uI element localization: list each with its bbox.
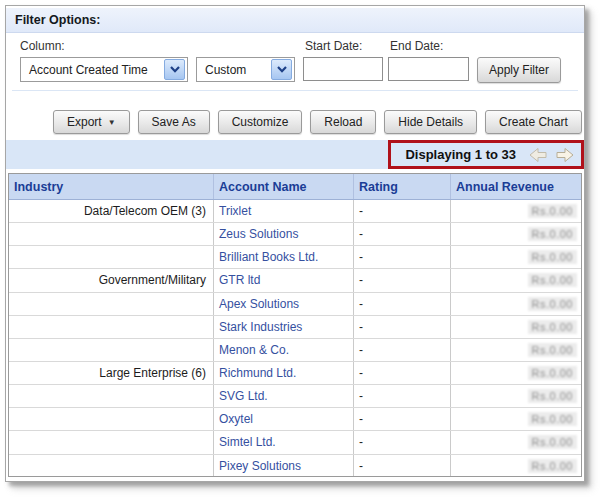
account-link[interactable]: Zeus Solutions	[219, 227, 298, 241]
revenue-value: Rs.0.00	[528, 435, 577, 449]
toolbar-button[interactable]: Hide Details	[384, 110, 477, 134]
revenue-cell: Rs.0.00	[451, 200, 581, 222]
rating-cell: -	[354, 362, 451, 384]
industry-cell: Data/Telecom OEM (3)	[9, 200, 214, 222]
revenue-value: Rs.0.00	[528, 320, 577, 334]
button-label: Reload	[324, 115, 362, 129]
filter-options-title: Filter Options:	[15, 13, 100, 27]
revenue-value: Rs.0.00	[528, 389, 577, 403]
rating-cell: -	[354, 455, 451, 477]
account-link[interactable]: Pixey Solutions	[219, 459, 301, 473]
account-link[interactable]: Stark Industries	[219, 320, 302, 334]
rating-cell: -	[354, 408, 451, 430]
revenue-cell: Rs.0.00	[451, 385, 581, 407]
industry-cell: Government/Military	[9, 269, 214, 291]
displaying-status: Displaying 1 to 33	[405, 147, 516, 162]
end-date-input[interactable]	[388, 57, 469, 81]
revenue-value: Rs.0.00	[528, 459, 577, 473]
revenue-cell: Rs.0.00	[451, 316, 581, 338]
table-row: Data/Telecom OEM (3) Trixlet - Rs.0.00	[9, 200, 581, 223]
account-link[interactable]: Trixlet	[219, 204, 251, 218]
toolbar: Export ▼ Save As Customize Reload Hide D…	[53, 110, 582, 134]
revenue-value: Rs.0.00	[528, 343, 577, 357]
previous-page-arrow-icon[interactable]	[529, 147, 547, 163]
column-select[interactable]: Account Created Time	[20, 57, 188, 82]
column-select-value: Account Created Time	[29, 63, 148, 77]
pagination-bar: Displaying 1 to 33	[6, 140, 584, 169]
revenue-cell: Rs.0.00	[451, 269, 581, 291]
account-link[interactable]: SVG Ltd.	[219, 389, 268, 403]
apply-filter-label: Apply Filter	[489, 63, 549, 77]
filter-section-divider	[12, 90, 578, 91]
button-label: Save As	[152, 115, 196, 129]
account-link[interactable]: Richmund Ltd.	[219, 366, 296, 380]
button-label: Create Chart	[499, 115, 568, 129]
revenue-value: Rs.0.00	[528, 227, 577, 241]
table-header-row: Industry Account Name Rating Annual Reve…	[9, 174, 581, 200]
account-link[interactable]: Brilliant Books Ltd.	[219, 250, 318, 264]
account-link[interactable]: Menon & Co.	[219, 343, 289, 357]
revenue-cell: Rs.0.00	[451, 455, 581, 477]
rating-cell: -	[354, 246, 451, 268]
rating-cell: -	[354, 339, 451, 361]
revenue-value: Rs.0.00	[528, 366, 577, 380]
page: { "colors": { "header_bar_bg": "#e6edfa"…	[0, 0, 612, 499]
revenue-cell: Rs.0.00	[451, 431, 581, 453]
account-link[interactable]: GTR ltd	[219, 273, 260, 287]
industry-cell: Large Enterprise (6)	[9, 362, 214, 384]
account-link[interactable]: Simtel Ltd.	[219, 435, 276, 449]
industry-cell	[9, 339, 214, 361]
rating-cell: -	[354, 223, 451, 245]
revenue-cell: Rs.0.00	[451, 339, 581, 361]
revenue-value: Rs.0.00	[528, 297, 577, 311]
next-page-arrow-icon[interactable]	[556, 147, 574, 163]
revenue-cell: Rs.0.00	[451, 408, 581, 430]
revenue-cell: Rs.0.00	[451, 223, 581, 245]
table-row: Stark Industries - Rs.0.00	[9, 316, 581, 339]
caret-down-icon: ▼	[108, 118, 116, 127]
rating-cell: -	[354, 200, 451, 222]
account-link[interactable]: Apex Solutions	[219, 297, 299, 311]
start-date-label: Start Date:	[305, 39, 362, 53]
table-row: Menon & Co. - Rs.0.00	[9, 339, 581, 362]
apply-filter-button[interactable]: Apply Filter	[477, 57, 561, 83]
rating-cell: -	[354, 316, 451, 338]
industry-cell	[9, 246, 214, 268]
rating-cell: -	[354, 431, 451, 453]
toolbar-button[interactable]: Create Chart	[485, 110, 582, 134]
revenue-cell: Rs.0.00	[451, 246, 581, 268]
revenue-value: Rs.0.00	[528, 204, 577, 218]
toolbar-button[interactable]: Export ▼	[53, 110, 130, 134]
filter-options-header: Filter Options:	[6, 8, 584, 33]
date-range-select-value: Custom	[205, 63, 246, 77]
date-range-select[interactable]: Custom	[196, 57, 295, 82]
revenue-value: Rs.0.00	[528, 250, 577, 264]
start-date-input[interactable]	[303, 57, 383, 81]
revenue-cell: Rs.0.00	[451, 293, 581, 315]
industry-cell	[9, 408, 214, 430]
account-link[interactable]: Oxytel	[219, 412, 253, 426]
table-row: SVG Ltd. - Rs.0.00	[9, 385, 581, 408]
table-row: Government/Military GTR ltd - Rs.0.00	[9, 269, 581, 292]
column-header-account-name: Account Name	[214, 174, 354, 199]
end-date-label: End Date:	[390, 39, 443, 53]
table-row: Brilliant Books Ltd. - Rs.0.00	[9, 246, 581, 269]
table-row: Apex Solutions - Rs.0.00	[9, 293, 581, 316]
industry-cell	[9, 316, 214, 338]
table-row: Oxytel - Rs.0.00	[9, 408, 581, 431]
toolbar-button[interactable]: Save As	[138, 110, 210, 134]
button-label: Hide Details	[398, 115, 463, 129]
rating-cell: -	[354, 293, 451, 315]
table-body: Data/Telecom OEM (3) Trixlet - Rs.0.00 Z…	[9, 200, 581, 477]
column-label: Column:	[20, 39, 65, 53]
report-table: Industry Account Name Rating Annual Reve…	[8, 173, 582, 477]
button-label: Export	[67, 115, 102, 129]
revenue-value: Rs.0.00	[528, 273, 577, 287]
table-row: Zeus Solutions - Rs.0.00	[9, 223, 581, 246]
toolbar-button[interactable]: Customize	[218, 110, 303, 134]
column-header-rating: Rating	[354, 174, 451, 199]
column-header-industry: Industry	[9, 174, 214, 199]
toolbar-button[interactable]: Reload	[310, 110, 376, 134]
revenue-cell: Rs.0.00	[451, 362, 581, 384]
table-row: Pixey Solutions - Rs.0.00	[9, 455, 581, 477]
